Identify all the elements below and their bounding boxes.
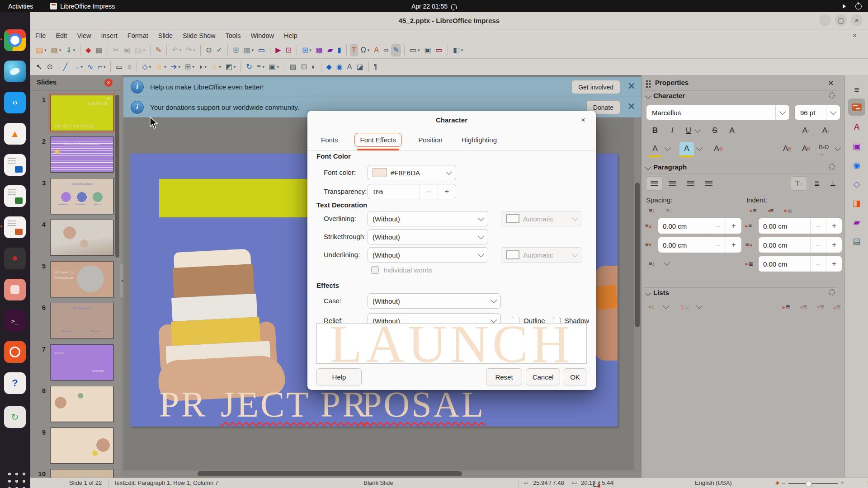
increment-icon[interactable]: + xyxy=(726,237,741,253)
toolbar-slide-layout[interactable]: ◧▾ xyxy=(451,44,465,56)
slide-count-label[interactable]: Slide 1 of 22 xyxy=(69,479,102,486)
case-dropdown[interactable]: (Without) xyxy=(368,293,501,309)
shadow-button[interactable]: A xyxy=(725,124,739,137)
toolbar-redo[interactable]: ↷▾ xyxy=(184,44,197,56)
slide-thumbnail-8[interactable]: 820152017Add a Timeline Page xyxy=(30,384,114,426)
zoom-out-icon[interactable]: – xyxy=(782,479,785,486)
strikethrough-button[interactable]: S xyxy=(708,124,722,137)
toolbar-display-views[interactable]: ▥▾ xyxy=(241,44,255,56)
toolbar-symbol-shapes[interactable]: ☺▾ xyxy=(154,61,168,73)
toolbar-delete-slide[interactable]: ▭ xyxy=(434,44,444,56)
toolbar-block-arrows[interactable]: ➔▾ xyxy=(169,61,182,73)
dialog-tab-highlighting[interactable]: Highlighting xyxy=(459,133,500,146)
indent-after-field[interactable]: 0.00 cm – + xyxy=(758,237,842,253)
decrement-icon[interactable]: – xyxy=(420,184,438,199)
slide-title-text[interactable]: PR JECT PR POSAL xyxy=(130,384,618,427)
toolbar-hyperlink[interactable]: ∞ xyxy=(382,44,390,56)
unsaved-changes-icon[interactable] xyxy=(593,481,599,487)
toolbar-stars-banners[interactable]: ☆▾ xyxy=(209,61,223,73)
dock-app-grid[interactable] xyxy=(4,469,26,488)
toolbar-insert-media[interactable]: ▰ xyxy=(326,44,335,56)
dropdown-arrow-icon[interactable]: ▾ xyxy=(44,48,47,52)
font-name-combo[interactable]: Marcellus xyxy=(646,105,790,120)
bullet-list-icon[interactable]: •≡ xyxy=(649,304,654,310)
character-section-header[interactable]: Character xyxy=(643,90,838,102)
dropdown-arrow-icon[interactable]: ▾ xyxy=(309,48,311,52)
align-left-button[interactable] xyxy=(646,176,662,191)
increment-icon[interactable]: + xyxy=(826,218,842,234)
menu-help[interactable]: Help xyxy=(279,32,302,39)
bullet-list-dropdown-icon[interactable] xyxy=(661,300,670,314)
increment-icon[interactable]: + xyxy=(726,218,741,234)
toolbar-paste[interactable]: ▤▾ xyxy=(133,44,147,56)
increment-icon[interactable]: + xyxy=(826,256,842,272)
dropdown-arrow-icon[interactable]: ▾ xyxy=(178,65,180,69)
superscript-button[interactable]: AB xyxy=(780,142,794,155)
toolbar-undo[interactable]: ↶▾ xyxy=(170,44,183,56)
decrement-icon[interactable]: – xyxy=(810,237,826,253)
sidebar-tab-animation[interactable]: ▰ xyxy=(848,213,865,230)
toolbar-freeform-line[interactable]: ✎ xyxy=(391,44,401,56)
transparency-spinner[interactable]: 0% – + xyxy=(368,184,456,199)
fit-slide-icon[interactable]: ◈ xyxy=(775,479,779,486)
increase-indent-icon[interactable]: ▸≡ xyxy=(750,207,756,214)
decrease-indent-icon[interactable]: ◂≡ xyxy=(767,207,774,214)
underline-dropdown-icon[interactable] xyxy=(693,124,702,137)
infobar-close-icon[interactable]: ✕ xyxy=(627,101,636,113)
valign-center-button[interactable]: ≣ xyxy=(809,176,825,191)
toolbar-insert-textbox[interactable]: T xyxy=(350,44,358,56)
align-justify-button[interactable] xyxy=(700,176,717,191)
focused-app-menu[interactable]: LibreOffice Impress xyxy=(50,3,115,10)
dropdown-arrow-icon[interactable]: ▾ xyxy=(277,65,279,69)
highlight-color-button[interactable]: A xyxy=(679,142,694,157)
sidebar-tab-navigator[interactable]: ◉ xyxy=(848,156,865,174)
dock-software-updater[interactable]: ↻ xyxy=(4,406,26,428)
font-color-dropdown[interactable]: #F8E6DA xyxy=(368,165,456,180)
decrease-font-button[interactable]: A↓ xyxy=(819,124,833,137)
toolbar-zoom-pan[interactable]: ⊙ xyxy=(45,61,54,73)
paragraph-section-header[interactable]: Paragraph xyxy=(643,162,838,174)
lists-section-header[interactable]: Lists xyxy=(643,287,838,299)
hanging-indent-icon[interactable]: ▸≣ xyxy=(784,207,792,214)
slides-panel-scrollbar[interactable] xyxy=(115,93,119,473)
character-spacing-button[interactable]: B-D↔ xyxy=(819,144,829,157)
indent-first-line-field[interactable]: 0.00 cm – + xyxy=(758,256,842,272)
dock-libreoffice-writer[interactable] xyxy=(4,154,26,176)
dock-recorder[interactable] xyxy=(4,248,26,269)
decrease-spacing-icon[interactable]: ≡↕ xyxy=(666,207,672,214)
slides-panel-close-icon[interactable]: × xyxy=(104,79,113,87)
section-gear-icon[interactable] xyxy=(829,92,835,99)
dialog-tab-fonts[interactable]: Fonts xyxy=(318,133,341,146)
toolbar-export-pdf[interactable]: ◆ xyxy=(84,44,93,56)
move-down-icon[interactable]: ▾≣ xyxy=(817,304,825,310)
toolbar-rotate[interactable]: ↻ xyxy=(244,61,254,73)
toolbar-special-character[interactable]: Ω▾ xyxy=(359,44,372,56)
toolbar-points[interactable]: ◆ xyxy=(325,61,334,73)
toolbar-display-grid[interactable]: ⊞ xyxy=(231,44,241,56)
get-involved-button[interactable]: Get involved xyxy=(571,80,620,94)
language-label[interactable]: English (USA) xyxy=(695,479,732,486)
dock-google-chrome[interactable] xyxy=(4,29,26,51)
sidebar-tab-shapes[interactable]: ◇ xyxy=(848,175,865,192)
dropdown-arrow-icon[interactable]: ▾ xyxy=(234,65,236,69)
valign-top-button[interactable]: ⊤↑ xyxy=(791,176,807,191)
sidebar-tab-properties-deck[interactable] xyxy=(848,99,865,116)
toolbar-flowchart[interactable]: ⊞▾ xyxy=(183,61,196,73)
section-gear-icon[interactable] xyxy=(829,164,835,170)
dock-vlc[interactable]: ▲ xyxy=(4,123,26,145)
bold-button[interactable]: B xyxy=(648,124,662,137)
overlining-color-dropdown[interactable]: Automatic xyxy=(501,211,582,226)
toolbar-select[interactable]: ↖ xyxy=(34,61,44,73)
zoom-slider-thumb[interactable] xyxy=(806,481,812,487)
toolbar-open-file[interactable]: ▨▾ xyxy=(49,44,63,56)
dock-ubuntu-software[interactable] xyxy=(4,341,26,363)
close-button[interactable]: × xyxy=(851,14,863,26)
toolbar-lines-and-arrows[interactable]: →▾ xyxy=(70,61,85,73)
close-document-icon[interactable]: × xyxy=(848,32,862,40)
sidebar-tab-sidebar-menu[interactable]: ≡ xyxy=(848,81,865,99)
dropdown-arrow-icon[interactable]: ▾ xyxy=(193,48,196,52)
activities-button[interactable]: Activities xyxy=(8,3,33,10)
decrement-icon[interactable]: – xyxy=(810,218,826,234)
menu-slide-show[interactable]: Slide Show xyxy=(178,32,221,39)
dropdown-arrow-icon[interactable]: ▾ xyxy=(461,48,463,52)
